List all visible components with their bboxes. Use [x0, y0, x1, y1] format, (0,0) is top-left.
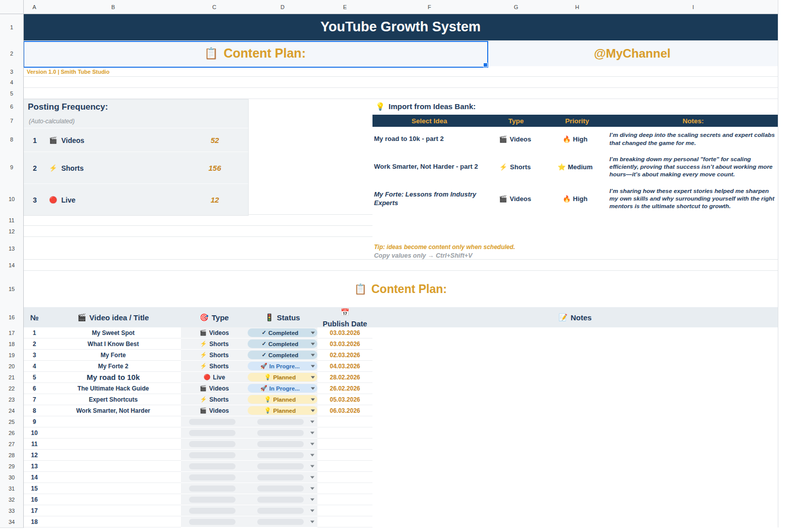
column-header-D[interactable]: D	[248, 0, 318, 14]
plan-cell-type-dropdown[interactable]: 🔴Live	[181, 372, 256, 383]
ideas-priority-cell[interactable]: 🔥High	[544, 183, 606, 215]
plan-cell-date[interactable]	[317, 427, 372, 439]
plan-cell-notes[interactable]	[372, 405, 778, 416]
plan-cell-notes[interactable]	[372, 416, 778, 427]
plan-cell-notes[interactable]	[372, 338, 778, 350]
channel-cell[interactable]: @MyChannel	[487, 40, 778, 66]
dropdown-arrow-icon[interactable]	[310, 476, 314, 478]
row-header-2[interactable]: 2	[0, 40, 24, 67]
column-header-C[interactable]: C	[181, 0, 248, 14]
plan-cell-title[interactable]	[45, 427, 181, 439]
selection-fill-handle[interactable]	[483, 63, 488, 67]
plan-cell-title[interactable]: The Ultimate Hack Guide	[45, 383, 181, 394]
dropdown-arrow-icon[interactable]	[310, 454, 314, 456]
plan-cell-date[interactable]	[317, 461, 372, 472]
row-header-30[interactable]: 30	[0, 472, 24, 483]
plan-cell-num[interactable]: 2	[23, 338, 45, 350]
plan-cell-num[interactable]: 3	[23, 350, 45, 361]
plan-cell-status-dropdown[interactable]: 🚀In Progre...	[248, 361, 317, 372]
plan-cell-num[interactable]: 10	[23, 427, 45, 439]
plan-header-num[interactable]: №	[23, 307, 46, 327]
plan-cell-notes[interactable]	[372, 505, 778, 516]
plan-cell-status-dropdown[interactable]	[248, 494, 317, 505]
row-header-27[interactable]: 27	[0, 439, 24, 450]
plan-cell-num[interactable]: 12	[23, 450, 45, 461]
plan-cell-notes[interactable]	[372, 427, 778, 439]
plan-cell-status-dropdown[interactable]	[248, 427, 317, 439]
row-header-14[interactable]: 14	[0, 260, 24, 271]
ideas-notes-cell[interactable]: I’m sharing how these expert stories hel…	[606, 183, 778, 215]
dropdown-arrow-icon[interactable]	[310, 420, 314, 423]
plan-cell-num[interactable]: 13	[23, 461, 45, 472]
dropdown-arrow-icon[interactable]	[310, 520, 314, 523]
plan-cell-status-dropdown[interactable]: 💡Planned	[248, 394, 317, 405]
plan-cell-notes[interactable]	[372, 372, 778, 383]
dropdown-arrow-icon[interactable]	[311, 343, 315, 345]
ideas-idea-cell[interactable]: My road to 10k - part 2	[372, 127, 486, 151]
plan-cell-notes[interactable]	[372, 383, 778, 394]
ideas-type-cell[interactable]: 🎬Videos	[486, 183, 544, 215]
plan-cell-type-dropdown[interactable]: 🎬Videos	[181, 383, 256, 394]
plan-cell-date[interactable]: 05.03.2026	[317, 394, 372, 405]
plan-cell-num[interactable]: 15	[23, 483, 45, 494]
plan-cell-notes[interactable]	[372, 516, 778, 527]
plan-cell-notes[interactable]	[372, 461, 778, 472]
plan-cell-num[interactable]: 17	[23, 505, 45, 516]
plan-cell-date[interactable]: 28.02.2026	[317, 372, 372, 383]
plan-cell-status-dropdown[interactable]: 🚀In Progre...	[248, 383, 317, 394]
plan-cell-notes[interactable]	[372, 327, 778, 338]
row-header-29[interactable]: 29	[0, 461, 24, 472]
column-header-E[interactable]: E	[317, 0, 373, 14]
plan-cell-num[interactable]: 7	[23, 394, 45, 405]
plan-cell-status-dropdown[interactable]	[248, 505, 317, 516]
row-header-25[interactable]: 25	[0, 416, 24, 428]
plan-cell-title[interactable]	[45, 505, 181, 516]
plan-cell-num[interactable]: 11	[23, 439, 45, 450]
plan-cell-notes[interactable]	[372, 361, 778, 372]
plan-cell-title[interactable]	[45, 472, 181, 483]
row-header-4[interactable]: 4	[0, 77, 24, 88]
row-header-31[interactable]: 31	[0, 483, 24, 495]
ideas-idea-cell[interactable]: Work Smarter, Not Harder - part 2	[372, 151, 486, 183]
plan-cell-title[interactable]	[45, 439, 181, 450]
plan-header-type[interactable]: 🎯 Type	[181, 307, 249, 327]
ideas-priority-cell[interactable]: 🔥High	[544, 127, 606, 151]
plan-cell-title[interactable]	[45, 483, 181, 494]
plan-cell-date[interactable]	[317, 439, 372, 450]
dropdown-arrow-icon[interactable]	[311, 354, 315, 356]
plan-cell-status-dropdown[interactable]	[248, 472, 317, 483]
plan-header-status[interactable]: 🚦 Status	[248, 307, 318, 327]
plan-cell-status-dropdown[interactable]: ✓Completed	[248, 350, 317, 361]
plan-cell-num[interactable]: 4	[23, 361, 45, 372]
row-header-6[interactable]: 6	[0, 99, 24, 114]
plan-cell-date[interactable]: 06.03.2026	[317, 405, 372, 416]
row-header-33[interactable]: 33	[0, 505, 24, 517]
row-header-19[interactable]: 19	[0, 350, 24, 361]
plan-cell-date[interactable]: 04.03.2026	[317, 361, 372, 372]
ideas-idea-cell[interactable]: My Forte: Lessons from Industry Experts	[372, 183, 486, 215]
plan-cell-num[interactable]: 8	[23, 405, 45, 416]
plan-cell-type-dropdown[interactable]	[181, 472, 256, 483]
dropdown-arrow-icon[interactable]	[311, 376, 315, 378]
plan-header-publish-date[interactable]: 📅 Publish Date	[317, 307, 373, 329]
column-header-F[interactable]: F	[372, 0, 487, 14]
plan-cell-type-dropdown[interactable]: ⚡Shorts	[181, 394, 256, 405]
row-header-16[interactable]: 16	[0, 307, 24, 328]
row-header-15[interactable]: 15	[0, 271, 24, 308]
column-header-B[interactable]: B	[45, 0, 181, 14]
select-all-corner[interactable]	[0, 0, 24, 14]
content-plan-cell[interactable]: 📋 Content Plan:	[23, 40, 487, 66]
plan-cell-num[interactable]: 18	[23, 516, 45, 527]
plan-cell-type-dropdown[interactable]: ⚡Shorts	[181, 338, 256, 350]
plan-cell-title[interactable]	[45, 416, 181, 427]
plan-cell-notes[interactable]	[372, 439, 778, 450]
plan-cell-status-dropdown[interactable]: 💡Planned	[248, 372, 317, 383]
row-header-18[interactable]: 18	[0, 338, 24, 350]
plan-cell-date[interactable]: 03.03.2026	[317, 327, 372, 338]
plan-cell-type-dropdown[interactable]	[181, 494, 256, 505]
plan-cell-status-dropdown[interactable]	[248, 450, 317, 461]
plan-cell-type-dropdown[interactable]: ⚡Shorts	[181, 361, 256, 372]
plan-cell-date[interactable]	[317, 472, 372, 483]
dropdown-arrow-icon[interactable]	[311, 387, 315, 390]
ideas-type-cell[interactable]: ⚡Shorts	[486, 151, 544, 183]
